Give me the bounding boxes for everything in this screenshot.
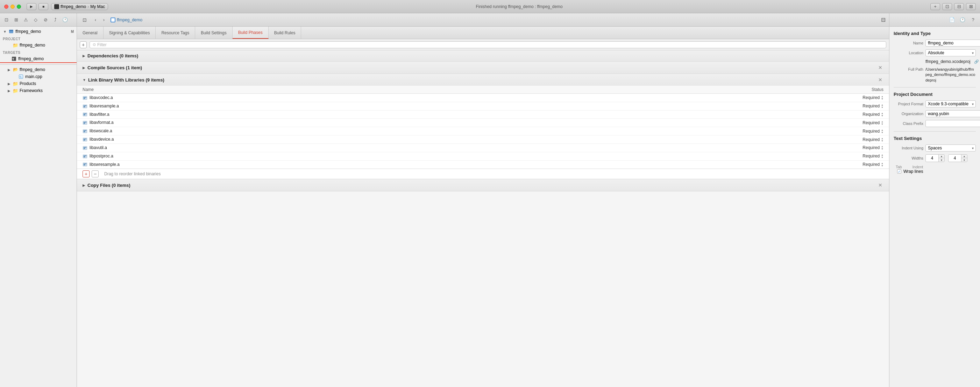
status-stepper[interactable]: ▲▼ [881, 162, 883, 167]
sidebar-item-subfolder[interactable]: ▶ 📂 ffmpeg_demo [0, 66, 76, 73]
sidebar-tool-warning[interactable]: ⚠ [22, 16, 30, 24]
sidebar-item-frameworks[interactable]: ▶ 📁 Frameworks [0, 87, 76, 94]
indent-decrement-button[interactable]: ▼ [961, 158, 967, 162]
lib-status-cell: Required ▲▼ [565, 135, 889, 144]
name-input[interactable] [926, 40, 980, 46]
breadcrumb[interactable]: ffmpeg_demo [111, 18, 142, 22]
lib-name-cell: libavformat.a [77, 119, 565, 127]
sidebar-tool-history[interactable]: 🕐 [61, 16, 69, 24]
products-label: Products [19, 81, 36, 86]
maximize-button[interactable] [17, 5, 21, 9]
table-row[interactable]: libpostproc.a Required ▲▼ [77, 152, 889, 160]
table-row[interactable]: libswscale.a Required ▲▼ [77, 127, 889, 135]
help-btn[interactable]: ? [969, 16, 977, 24]
text-settings-title: Text Settings [894, 136, 976, 141]
identity-btn[interactable]: 📄 [948, 16, 956, 24]
back-button[interactable]: ‹ [92, 16, 99, 24]
phase-copy-files-header[interactable]: ▶ Copy Files (0 items) ✕ [77, 179, 889, 191]
sidebar-tool-search[interactable]: ⊞ [12, 16, 20, 24]
sidebar-tool-debug[interactable]: ⊘ [41, 16, 50, 24]
nav-arrows: ‹ › [92, 16, 108, 24]
status-stepper[interactable]: ▲▼ [881, 112, 883, 117]
table-row[interactable]: libswresample.a Required ▲▼ [77, 160, 889, 169]
sidebar-tool-folder[interactable]: ⊡ [2, 16, 11, 24]
close-button[interactable] [4, 5, 8, 9]
sidebar-toggle-button[interactable]: ⊡ [80, 16, 89, 24]
add-tab-button[interactable]: + [930, 3, 940, 10]
disclosure-icon: ▼ [3, 30, 7, 33]
tab-value-input[interactable] [926, 155, 939, 161]
tab-general[interactable]: General [77, 27, 103, 39]
location-select[interactable]: Absolute [926, 49, 976, 56]
scheme-selector[interactable]: ffmpeg_demo › My Mac [51, 3, 108, 10]
lib-icon [83, 120, 88, 125]
minimize-button[interactable] [11, 5, 15, 9]
play-button[interactable]: ▶ [27, 3, 37, 10]
sidebar: ⊡ ⊞ ⚠ ◇ ⊘ ⤴ 🕐 ▼ ffmpeg_demo M PROJECT 📁 [0, 13, 77, 387]
phase-link-binary-header[interactable]: ▼ Link Binary With Libraries (9 items) ✕ [77, 74, 889, 86]
tab-build-phases[interactable]: Build Phases [232, 27, 269, 39]
sidebar-tool-test[interactable]: ◇ [32, 16, 40, 24]
disclosure-icon: ▶ [7, 89, 11, 93]
table-row[interactable]: libavresample.a Required ▲▼ [77, 102, 889, 110]
svg-rect-4 [111, 18, 115, 22]
status-stepper[interactable]: ▲▼ [881, 145, 883, 150]
status-stepper[interactable]: ▲▼ [881, 120, 883, 125]
indent-using-label: Indent Using [894, 146, 923, 150]
tab-build-rules[interactable]: Build Rules [269, 27, 301, 39]
project-format-select[interactable]: Xcode 9.3-compatible [926, 100, 976, 107]
sidebar-item-cpp[interactable]: c. main.cpp [0, 73, 76, 80]
svg-rect-28 [85, 155, 86, 156]
stop-button[interactable]: ■ [38, 3, 48, 10]
add-phase-button[interactable]: + [80, 41, 87, 48]
add-library-button[interactable]: + [83, 170, 89, 177]
table-row[interactable]: libavutil.a Required ▲▼ [77, 143, 889, 152]
tab-decrement-button[interactable]: ▼ [939, 158, 944, 162]
svg-rect-31 [85, 163, 86, 164]
indent-increment-button[interactable]: ▲ [961, 154, 967, 158]
compile-sources-close[interactable]: ✕ [877, 64, 883, 71]
sidebar-item-target[interactable]: T ffmpeg_demo [0, 55, 76, 63]
status-stepper[interactable]: ▲▼ [881, 104, 883, 108]
indent-value-input[interactable] [948, 155, 961, 161]
status-stepper[interactable]: ▲▼ [881, 129, 883, 134]
sidebar-item-project[interactable]: 📁 ffmpeg_demo [0, 41, 76, 49]
table-row[interactable]: libavcodec.a Required ▲▼ [77, 94, 889, 102]
table-row[interactable]: libavdevice.a Required ▲▼ [77, 135, 889, 144]
status-stepper[interactable]: ▲▼ [881, 95, 883, 100]
inspector-toggle[interactable]: ⊟ [881, 16, 886, 23]
status-stepper[interactable]: ▲▼ [881, 154, 883, 159]
tab-build-settings[interactable]: Build Settings [195, 27, 232, 39]
tab-signing[interactable]: Signing & Capabilities [103, 27, 156, 39]
wrap-lines-row: ✓ Wrap lines [894, 169, 976, 174]
lib-icon [83, 146, 88, 150]
wrap-lines-checkbox[interactable]: ✓ [897, 169, 901, 174]
tab-resource-tags[interactable]: Resource Tags [156, 27, 195, 39]
status-value: Required ▲▼ [862, 112, 883, 117]
right-toolbar: 📄 🕐 ? [889, 13, 980, 27]
phase-dependencies-header[interactable]: ▶ Dependencies (0 items) [77, 50, 889, 61]
cpp-label: main.cpp [25, 74, 42, 79]
indent-using-select[interactable]: Spaces [926, 145, 976, 151]
tab-increment-button[interactable]: ▲ [939, 154, 944, 158]
class-prefix-input[interactable] [926, 120, 980, 127]
link-icon[interactable]: 🔗 [974, 59, 979, 64]
history-btn[interactable]: 🕐 [958, 16, 967, 24]
table-row[interactable]: libavformat.a Required ▲▼ [77, 119, 889, 127]
sidebar-item-root[interactable]: ▼ ffmpeg_demo M [0, 28, 76, 35]
table-row[interactable]: libavfilter.a Required ▲▼ [77, 110, 889, 119]
status-value: Required ▲▼ [862, 120, 883, 125]
forward-button[interactable]: › [100, 16, 108, 24]
lib-name-cell: libswscale.a [77, 127, 565, 135]
link-binary-close[interactable]: ✕ [877, 76, 883, 83]
layout-btn-1[interactable]: ⊡ [942, 3, 952, 10]
remove-library-button[interactable]: − [92, 170, 99, 177]
status-stepper[interactable]: ▲▼ [881, 137, 883, 142]
layout-btn-3[interactable]: ⊠ [966, 3, 976, 10]
layout-btn-2[interactable]: ⊟ [954, 3, 964, 10]
organization-input[interactable] [926, 110, 980, 117]
copy-files-close[interactable]: ✕ [877, 182, 883, 188]
sidebar-tool-source[interactable]: ⤴ [51, 16, 59, 24]
sidebar-item-products[interactable]: ▶ 📁 Products [0, 80, 76, 87]
phase-compile-sources-header[interactable]: ▶ Compile Sources (1 item) ✕ [77, 62, 889, 73]
